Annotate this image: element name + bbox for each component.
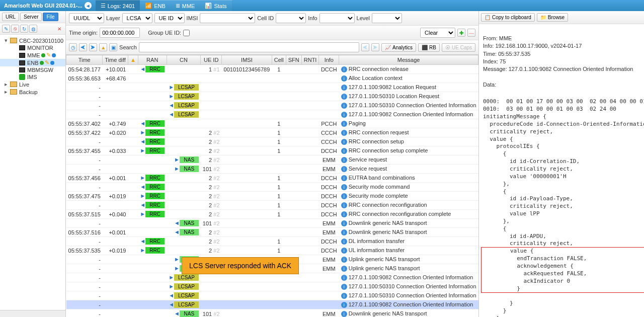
tree-item-monitor[interactable]: MONITOR: [0, 44, 65, 51]
log-row[interactable]: -►LCSAPi127.0.1.100:50310 Location Reque…: [66, 92, 478, 101]
remove-icon[interactable]: —: [467, 29, 475, 37]
arrow-left-icon: ◄: [140, 184, 145, 190]
log-row[interactable]: 05:55:37.402+0.749◄RRC1PCCHiPaging: [66, 119, 478, 128]
log-row[interactable]: 05:54:28.177+10.001◄RRC1 #10010101234567…: [66, 65, 478, 74]
rb-button[interactable]: ⬛RB: [418, 43, 440, 52]
log-row[interactable]: -◄LCSAPi127.0.1.100:9082 Connection Orie…: [66, 300, 478, 309]
col-ran[interactable]: RAN: [138, 55, 167, 65]
prev-icon[interactable]: ⮜: [79, 43, 87, 51]
col-rnti[interactable]: RNTI: [301, 55, 319, 65]
col-warn[interactable]: ▲: [128, 55, 138, 65]
screen-icon: [19, 53, 25, 58]
stop-icon[interactable]: ⦸: [11, 25, 19, 33]
log-row[interactable]: 05:55:37.422+0.020►RRC2 #21CCCHiRRC conn…: [66, 128, 478, 137]
search-prev-icon[interactable]: ⮜: [361, 43, 369, 51]
globe-icon[interactable]: ◍: [29, 25, 37, 33]
close-icon[interactable]: ✕: [55, 25, 63, 33]
clock-icon[interactable]: ◷: [69, 43, 77, 51]
ran-badge: RRC: [145, 138, 165, 145]
log-row[interactable]: 05:55:37.516+0.001◄NAS2 #2EMMiDownlink g…: [66, 228, 478, 237]
col-sfn[interactable]: SFN: [286, 55, 301, 65]
log-row[interactable]: 05:55:37.515+0.040►RRC2 #21DCCHiRRC conn…: [66, 210, 478, 219]
refresh-icon[interactable]: ↻: [20, 25, 28, 33]
folder-icon: [10, 82, 17, 87]
tree-item-ims[interactable]: IMS: [0, 73, 65, 81]
col-ue-id[interactable]: UE ID: [201, 55, 222, 65]
ueid-combo[interactable]: UE ID: [154, 13, 185, 23]
copy-button[interactable]: 📋Copy to clipboard: [481, 13, 535, 22]
add-icon[interactable]: ✚: [457, 29, 465, 37]
info-icon: i: [341, 239, 347, 245]
warn-icon[interactable]: ▲: [99, 43, 107, 51]
col-time-diff[interactable]: Time diff: [103, 55, 128, 65]
log-row[interactable]: -◄RRC2 #21DCCHiSecurity mode command: [66, 183, 478, 192]
level-combo[interactable]: [372, 13, 402, 23]
log-row[interactable]: 05:55:37.535+0.019►RRC2 #21DCCHiUL infor…: [66, 246, 478, 255]
log-row[interactable]: -►NAS101 #2EMMiService request: [66, 165, 478, 174]
col-imsi[interactable]: IMSI: [222, 55, 272, 65]
info-combo[interactable]: [319, 13, 355, 23]
tab-logs[interactable]: ☰Logs: 2401: [96, 0, 140, 11]
browse-button[interactable]: 📁Browse: [537, 13, 568, 22]
layer-combo[interactable]: LCSA: [122, 13, 152, 23]
tab-stats[interactable]: 📊Stats: [200, 0, 231, 11]
log-row[interactable]: -◄NAS101 #2EMMiDownlink generic NAS tran…: [66, 219, 478, 228]
col-message[interactable]: Message: [339, 55, 478, 65]
log-row[interactable]: 05:55:36.653+68.476iAlloc Location conte…: [66, 74, 478, 83]
goto-icon[interactable]: ▣: [109, 43, 117, 51]
url-button[interactable]: URL: [2, 13, 19, 21]
log-row[interactable]: -►LCSAPi127.0.1.100:50310 Connection Ori…: [66, 282, 478, 291]
log-row[interactable]: -◄LCSAPi127.0.1.100:9082 Connection Orie…: [66, 110, 478, 119]
uudl-combo[interactable]: UU/DL: [69, 13, 104, 23]
tree-item-mbmsgw[interactable]: MBMSGW: [0, 66, 65, 73]
tree-item-mme[interactable]: MME✎: [0, 51, 65, 59]
log-row[interactable]: -►LCSAPi127.0.1.100:9082 Connection Orie…: [66, 273, 478, 282]
imsi-combo[interactable]: [200, 13, 255, 23]
phone-icon: [19, 74, 25, 80]
log-row[interactable]: 05:55:37.475+0.019►RRC2 #21DCCHiSecurity…: [66, 192, 478, 201]
log-row[interactable]: -►LCSAPi127.0.1.100:9082 Location Reques…: [66, 83, 478, 92]
search-next-icon[interactable]: ⮞: [371, 43, 379, 51]
status-green-icon: [41, 53, 45, 57]
col-cn[interactable]: CN: [167, 55, 201, 65]
ran-badge: RRC: [145, 238, 165, 245]
tree-item-live[interactable]: ▸Live: [0, 81, 65, 88]
arrow-right-icon: ►: [174, 256, 180, 262]
log-row[interactable]: -◄NAS101 #2EMMiDownlink generic NAS tran…: [66, 309, 478, 318]
col-time[interactable]: Time: [66, 55, 103, 65]
imsi-label: IMSI: [187, 15, 198, 21]
group-checkbox[interactable]: [183, 30, 190, 36]
tree-item-enb[interactable]: ENB✎: [0, 59, 65, 66]
tab-mme[interactable]: ≣MME: [171, 0, 200, 11]
log-table-wrap[interactable]: TimeTime diff▲RANCNUE IDIMSICellSFNRNTII…: [66, 55, 478, 317]
analytics-button[interactable]: 📈Analytics: [381, 43, 416, 52]
tab-label: Logs: 2401: [108, 3, 135, 9]
col-info[interactable]: Info: [319, 55, 339, 65]
log-row[interactable]: -◄LCSAPi127.0.1.100:50310 Connection Ori…: [66, 291, 478, 300]
wand-icon[interactable]: ✎: [2, 25, 10, 33]
log-row[interactable]: -◄RRC2 #21DCCHiDL information transfer: [66, 237, 478, 246]
tab-enb[interactable]: 📶ENB: [140, 0, 171, 11]
detail-body[interactable]: From: MME Info: 192.168.100.17:9000, v20…: [479, 24, 644, 317]
tree-item-cbc-2023010100[interactable]: ▾CBC-2023010100: [0, 37, 65, 44]
col-cell[interactable]: Cell: [272, 55, 286, 65]
tree-item-backup[interactable]: ▸Backup: [0, 88, 65, 96]
server-button[interactable]: Server: [20, 13, 42, 21]
cellid-combo[interactable]: [276, 13, 306, 23]
clear-combo[interactable]: Clear: [420, 28, 455, 38]
next-icon[interactable]: ⮞: [89, 43, 97, 51]
log-row[interactable]: -◄RRC2 #21DCCHiRRC connection reconfigur…: [66, 201, 478, 210]
origin-input[interactable]: [100, 28, 140, 38]
search-input[interactable]: [139, 42, 359, 52]
log-row[interactable]: 05:55:37.455+0.033►RRC2 #21DCCHiRRC conn…: [66, 146, 478, 155]
file-button[interactable]: File: [43, 13, 58, 21]
log-row[interactable]: 05:55:37.456+0.001►RRC2 #21DCCHiEUTRA ba…: [66, 174, 478, 183]
back-icon[interactable]: ◄: [85, 2, 92, 9]
log-row[interactable]: -◄RRC2 #21CCCHiRRC connection setup: [66, 137, 478, 146]
log-row[interactable]: -►NAS2 #2EMMiService request: [66, 155, 478, 165]
sidebar-scrollbar[interactable]: [0, 310, 65, 317]
log-row[interactable]: -◄LCSAPi127.0.1.100:50310 Connection Ori…: [66, 101, 478, 110]
cn-badge: LCSAP: [174, 301, 199, 308]
info-icon: i: [341, 257, 347, 263]
info-icon: i: [341, 293, 347, 299]
